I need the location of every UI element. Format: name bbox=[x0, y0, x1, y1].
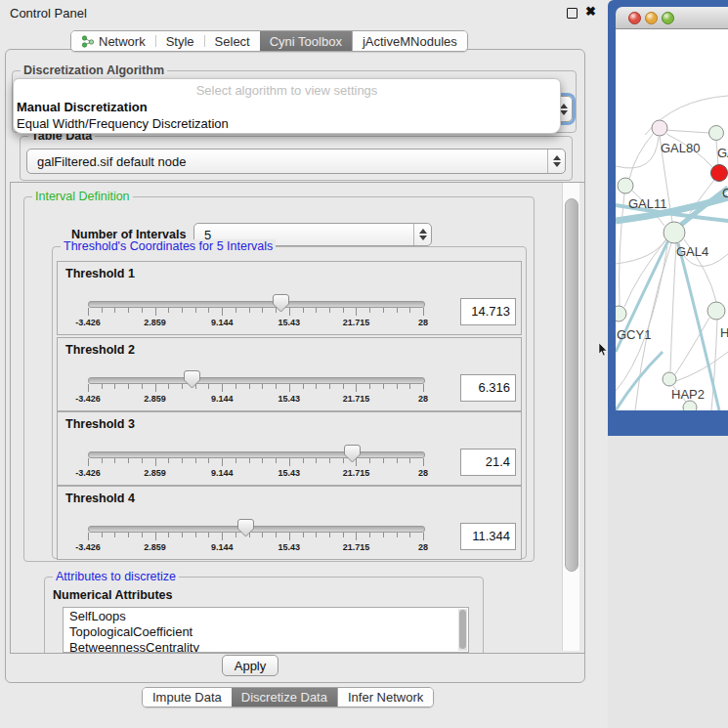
slider-scale-label: 21.715 bbox=[343, 468, 370, 478]
slider-scale-labels: -3.4262.8599.14415.4321.71528 bbox=[58, 468, 521, 479]
slider-tick bbox=[369, 308, 370, 313]
slider-scale-label: 2.859 bbox=[144, 542, 166, 552]
node-gcy1 bbox=[616, 306, 626, 321]
threshold-coordinates-group: Threshold's Coordinates for 5 Intervals … bbox=[52, 246, 527, 559]
dropdown-option-equal-width[interactable]: Equal Width/Frequency Discretization bbox=[17, 116, 229, 131]
slider-tick bbox=[195, 533, 196, 537]
slider-tick bbox=[329, 533, 330, 537]
tab-impute-data[interactable]: Impute Data bbox=[143, 688, 232, 707]
apply-button-label: Apply bbox=[235, 659, 267, 673]
threshold-4-value-field[interactable]: 11.344 bbox=[460, 523, 516, 550]
settings-scrollbar-thumb[interactable] bbox=[565, 198, 578, 572]
tab-discretize-data[interactable]: Discretize Data bbox=[232, 688, 337, 707]
float-panel-icon[interactable] bbox=[567, 8, 578, 19]
node-hap2 bbox=[663, 372, 676, 386]
tab-infer-label: Infer Network bbox=[348, 690, 423, 705]
slider-tick bbox=[303, 533, 304, 537]
attributes-group: Attributes to discretize Numerical Attri… bbox=[44, 577, 484, 654]
tab-select[interactable]: Select bbox=[205, 31, 260, 51]
tab-impute-label: Impute Data bbox=[152, 690, 222, 705]
slider-tick bbox=[383, 308, 384, 313]
network-window-titlebar[interactable] bbox=[616, 7, 728, 29]
slider-tick bbox=[343, 533, 344, 537]
threshold-3-value-field[interactable]: 21.4 bbox=[460, 449, 516, 476]
threshold-4-slider-track[interactable] bbox=[88, 526, 425, 533]
slider-tick bbox=[249, 458, 250, 463]
interval-definition-group: Interval Definition Number of Intervals … bbox=[23, 196, 535, 562]
group-title: Discretization Algorithm bbox=[21, 64, 167, 77]
slider-tick bbox=[155, 308, 156, 316]
threshold-3-slider-track[interactable] bbox=[88, 451, 425, 458]
table-data-combobox[interactable]: galFiltered.sif default node bbox=[26, 149, 566, 174]
node-label-hap2: HAP2 bbox=[671, 387, 705, 402]
slider-tick bbox=[409, 308, 410, 313]
screen: Control Panel ✖ Network Style Select Cyn… bbox=[0, 0, 728, 728]
tab-network[interactable]: Network bbox=[71, 31, 155, 51]
slider-tick bbox=[114, 308, 115, 313]
slider-tick bbox=[303, 458, 304, 463]
slider-tick bbox=[102, 384, 103, 389]
tab-jactivemnodules[interactable]: jActiveMNodules bbox=[352, 31, 467, 51]
settings-scroll-viewport: Interval Definition Number of Intervals … bbox=[10, 182, 585, 654]
slider-tick bbox=[316, 533, 317, 537]
threshold-2-slider-track[interactable] bbox=[88, 377, 425, 384]
slider-tick bbox=[168, 384, 169, 389]
slider-tick bbox=[102, 458, 103, 463]
slider-tick bbox=[409, 458, 410, 463]
slider-tick bbox=[195, 308, 196, 313]
slider-tick bbox=[102, 308, 103, 313]
node-red bbox=[711, 165, 728, 182]
group-title: Threshold's Coordinates for 5 Intervals bbox=[61, 239, 276, 253]
attribute-list-item[interactable]: SelfLoops bbox=[64, 608, 468, 623]
slider-scale-label: 2.859 bbox=[144, 468, 166, 478]
slider-tick bbox=[409, 533, 410, 537]
slider-tick bbox=[222, 533, 223, 540]
slider-scale-label: -3.426 bbox=[75, 468, 101, 478]
slider-tick bbox=[316, 308, 317, 313]
threshold-1-slider-track[interactable] bbox=[88, 301, 425, 308]
apply-button[interactable]: Apply bbox=[222, 655, 278, 676]
dropdown-placeholder: Select algorithm to view settings bbox=[14, 83, 560, 98]
threshold-2-value-field[interactable]: 6.316 bbox=[460, 374, 516, 402]
panel-title: Control Panel bbox=[10, 6, 87, 21]
slider-tick bbox=[262, 533, 263, 537]
slider-tick bbox=[289, 384, 290, 392]
numerical-attributes-list[interactable]: SelfLoopsTopologicalCoefficientBetweenne… bbox=[63, 607, 469, 653]
minimize-window-icon[interactable] bbox=[645, 12, 658, 24]
attribute-list-item[interactable]: BetweennessCentrality bbox=[64, 639, 468, 653]
tab-infer-network[interactable]: Infer Network bbox=[337, 688, 433, 707]
dropdown-option-manual[interactable]: Manual Discretization bbox=[17, 100, 148, 114]
node-label-gal4: GAL4 bbox=[676, 244, 708, 259]
node-top-right bbox=[709, 126, 724, 141]
list-scrollbar[interactable] bbox=[458, 609, 467, 651]
close-panel-icon[interactable]: ✖ bbox=[585, 4, 596, 19]
slider-tick bbox=[208, 458, 209, 463]
attribute-list-item[interactable]: TopologicalCoefficient bbox=[64, 623, 468, 639]
slider-scale-label: 9.144 bbox=[211, 318, 234, 327]
slider-tick bbox=[316, 458, 317, 463]
slider-tick bbox=[329, 458, 330, 463]
slider-tick bbox=[262, 308, 263, 313]
slider-tick bbox=[114, 458, 115, 463]
slider-scale-label: 15.43 bbox=[278, 318, 301, 327]
tab-style[interactable]: Style bbox=[156, 31, 204, 51]
network-view-canvas[interactable]: GAL80 GA GAL11 C GAL4 GCY1 H HAP2 bbox=[616, 29, 728, 410]
slider-scale-label: 15.43 bbox=[278, 394, 301, 404]
slider-tick bbox=[142, 308, 143, 313]
threshold-1-value-field[interactable]: 14.713 bbox=[460, 298, 516, 325]
slider-tick bbox=[356, 308, 357, 316]
slider-tick bbox=[423, 533, 424, 540]
tab-cyni-toolbox[interactable]: Cyni Toolbox bbox=[260, 31, 352, 51]
slider-tick bbox=[409, 384, 410, 389]
tab-cyni-label: Cyni Toolbox bbox=[270, 34, 342, 49]
zoom-window-icon[interactable] bbox=[662, 12, 674, 24]
slider-scale-label: -3.426 bbox=[75, 318, 101, 327]
slider-tick bbox=[208, 384, 209, 389]
slider-tick bbox=[369, 458, 370, 463]
slider-scale-label: -3.426 bbox=[75, 394, 101, 404]
close-window-icon[interactable] bbox=[628, 12, 641, 24]
combo-stepper-icon bbox=[413, 224, 431, 245]
threshold-3-panel: Threshold 3 -3.4262.8599.14415.4321.7152… bbox=[57, 411, 522, 486]
slider-tick bbox=[423, 308, 424, 316]
slider-tick bbox=[423, 384, 424, 392]
